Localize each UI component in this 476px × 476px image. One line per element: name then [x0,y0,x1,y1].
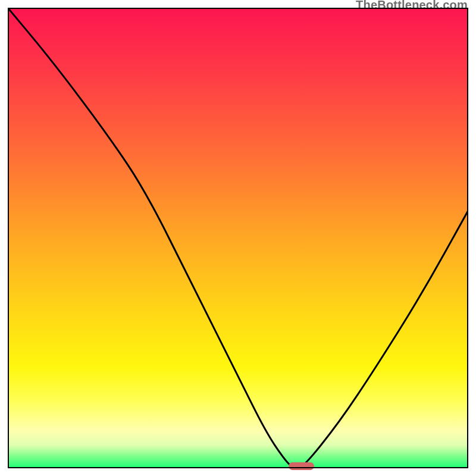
bottleneck-curve-svg [8,8,468,468]
plot-area [8,8,468,468]
chart-stage: TheBottleneck.com [0,0,476,476]
optimal-range-marker [289,462,314,470]
bottleneck-curve-path [8,8,468,468]
